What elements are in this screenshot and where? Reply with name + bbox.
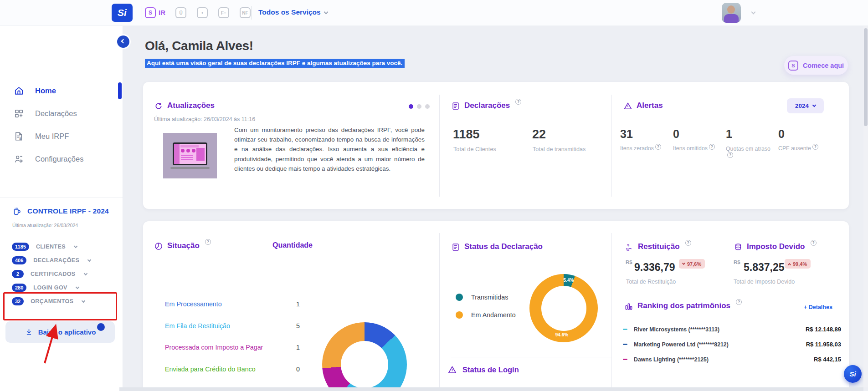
situation-row-label[interactable]: Em Fila de Restituição <box>165 322 230 330</box>
controle-irpf-title: CONTROLE IRPF - 2024 <box>27 207 109 215</box>
chevron-down-icon <box>83 271 87 275</box>
legend-item-transmitidas: Transmitidas <box>456 294 508 301</box>
help-icon[interactable]: ? <box>205 239 211 245</box>
help-icon[interactable]: ? <box>736 299 742 305</box>
carousel-dot-active[interactable] <box>409 104 413 109</box>
details-link[interactable]: + Detalhes <box>804 304 832 310</box>
sidebar-item-label: CERTIFICADOS <box>31 271 76 277</box>
notification-dot <box>97 323 105 331</box>
quantity-column-header: Quantidade <box>272 241 313 249</box>
ir-module-icon[interactable]: S <box>145 7 156 18</box>
alert-stat-value: 1 <box>726 127 732 141</box>
laptop-graphic <box>170 142 210 169</box>
module-u-icon[interactable]: Ü <box>175 7 186 18</box>
situation-row-value: 0 <box>291 366 305 373</box>
login-status-title[interactable]: Status de Login <box>447 365 519 375</box>
chevron-left-icon <box>121 39 126 44</box>
currency-prefix: R$ <box>734 259 740 265</box>
start-here-button[interactable]: S Comece aqui <box>784 56 848 75</box>
carousel-dot[interactable] <box>425 104 430 109</box>
top-header: Si S IR Ü • F≡ NF Todos os Serviços <box>0 0 868 26</box>
sidebar-item-declaracoes[interactable]: Declarações <box>14 102 77 125</box>
page-title: Olá, Camila Alves! <box>145 39 253 53</box>
alerts-section-title: Alertas <box>623 101 663 111</box>
module-nf-icon[interactable]: NF <box>240 7 251 18</box>
chevron-down-icon <box>76 285 79 289</box>
download-icon <box>25 328 33 336</box>
sidebar-item-home[interactable]: Home <box>14 79 56 102</box>
horizontal-scrollbar[interactable] <box>119 387 863 391</box>
controle-irpf-header[interactable]: CONTROLE IRPF - 2024 <box>12 206 109 216</box>
legend-item-em-andamento: Em Andamento <box>456 311 516 319</box>
total-transmitted-label: Total de transmitidas <box>533 146 586 152</box>
ranking-row[interactable]: River Microsystems (*******3113) R$ 12.1… <box>623 326 841 333</box>
ir-module-label[interactable]: IR <box>159 9 165 16</box>
help-icon[interactable]: ? <box>515 99 521 105</box>
total-clients-label: Total de Clientes <box>453 146 496 152</box>
document-icon <box>451 102 460 111</box>
situation-row-value: 1 <box>291 344 305 351</box>
document-icon <box>451 243 460 252</box>
sidebar-item-label: CLIENTES <box>36 244 66 250</box>
chevron-up-icon <box>788 263 791 266</box>
sidebar-item-certificados[interactable]: 2 CERTIFICADOS <box>12 268 87 280</box>
page-subtitle-highlighted: Aqui está uma visão geral de suas declar… <box>145 59 405 68</box>
module-f-icon[interactable]: F≡ <box>218 7 229 18</box>
document-dollar-icon: $ <box>14 131 24 142</box>
ranking-row[interactable]: Dawns Lighting (*******2125) R$ 442,15 <box>623 356 841 363</box>
situation-donut-chart[interactable] <box>322 322 407 391</box>
alert-stat-label: Quotas em atraso ? <box>726 145 779 160</box>
sidebar-item-meu-irpf[interactable]: $ Meu IRPF <box>14 125 69 147</box>
situation-row-label[interactable]: Enviada para Crédito do Banco <box>165 366 256 373</box>
alert-stat-value: 0 <box>778 127 785 141</box>
s-logo-icon: S <box>788 61 798 71</box>
section-divider <box>451 357 611 357</box>
help-icon[interactable]: ? <box>655 144 661 150</box>
updates-body-text: Com um monitoramento preciso das declara… <box>234 125 425 173</box>
chevron-down-icon <box>74 244 77 248</box>
scrollbar-thumb[interactable] <box>864 28 868 126</box>
situation-row-label[interactable]: Em Processamento <box>165 300 222 308</box>
ranking-row[interactable]: Marketing Powered Ltd (*******8212) R$ 1… <box>623 341 841 348</box>
tax-due-caption: Total de Imposto Devido <box>734 279 795 285</box>
chevron-down-icon[interactable] <box>324 10 329 15</box>
help-icon[interactable]: ? <box>685 240 691 246</box>
help-icon[interactable]: ? <box>727 152 733 158</box>
card-divider <box>439 95 440 197</box>
rank-dash <box>623 344 627 345</box>
chevron-down-icon <box>682 262 685 265</box>
year-selector[interactable]: 2024 <box>787 98 824 113</box>
chevron-down-icon <box>87 258 91 261</box>
sidebar-item-clientes[interactable]: 1185 CLIENTES <box>12 240 77 253</box>
sidebar-item-configuracoes[interactable]: Configurações <box>14 147 83 170</box>
warning-icon <box>447 365 457 375</box>
user-avatar[interactable] <box>722 3 741 23</box>
card-divider <box>611 95 612 197</box>
start-here-label: Comece aqui <box>803 62 844 69</box>
carousel-dot[interactable] <box>417 104 421 109</box>
home-icon <box>14 86 24 96</box>
declarations-grid-icon <box>14 108 24 119</box>
svg-text:$: $ <box>627 243 630 247</box>
module-o-icon[interactable]: • <box>197 7 208 18</box>
help-icon[interactable]: ? <box>811 240 817 246</box>
sidebar-collapse-button[interactable] <box>117 36 129 48</box>
count-badge: 280 <box>12 284 26 292</box>
services-dropdown[interactable]: Todos os Serviços <box>258 8 321 16</box>
alert-stat-label: Itens omitidos? <box>673 145 715 152</box>
help-icon[interactable]: ? <box>709 144 715 150</box>
sidebar-item-label: Configurações <box>35 155 83 163</box>
legend-dot <box>456 311 463 319</box>
sidebar-item-declaracoes-count[interactable]: 406 DECLARAÇÕES <box>12 254 91 267</box>
card-divider <box>439 233 440 391</box>
tax-due-section-title: Imposto Devido? <box>734 242 817 252</box>
help-icon[interactable]: ? <box>812 144 818 150</box>
bar-chart-icon <box>624 302 633 311</box>
svg-text:$: $ <box>19 137 21 140</box>
app-logo[interactable]: Si <box>112 4 133 22</box>
avatar-chevron-down-icon[interactable] <box>751 10 756 15</box>
rank-dash <box>623 359 627 360</box>
floating-si-button[interactable]: Si <box>844 365 862 383</box>
situation-row-label[interactable]: Processada com Imposto a Pagar <box>165 344 263 351</box>
slice-label-transmitidas: 5.4% <box>560 278 577 283</box>
